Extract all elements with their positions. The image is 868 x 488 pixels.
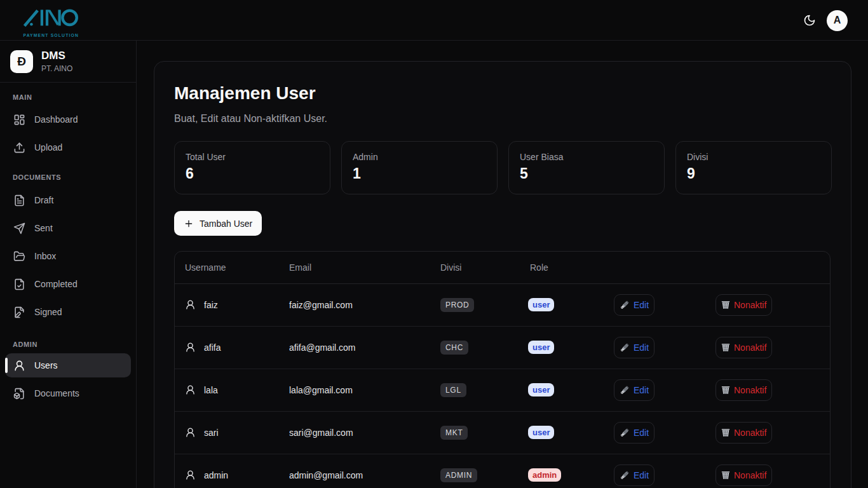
svg-text:PAYMENT SOLUTION: PAYMENT SOLUTION: [24, 33, 79, 37]
